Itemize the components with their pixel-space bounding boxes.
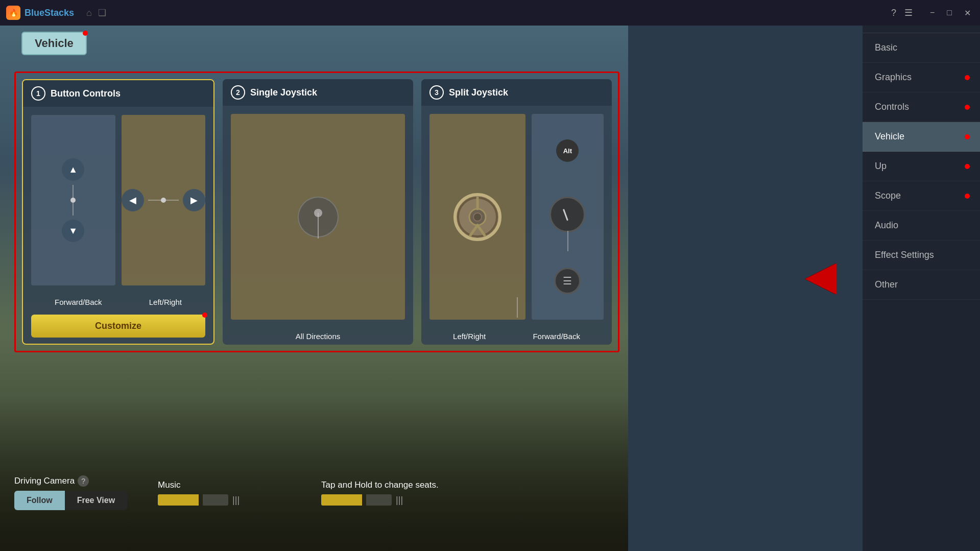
split-right-controls: Alt ☰ — [532, 114, 604, 320]
sidebar-items: Basic Graphics Controls Vehicle Up Scope… — [863, 33, 980, 551]
card-num-3: 3 — [429, 85, 444, 100]
forward-back-label: Forward/Back — [55, 298, 102, 306]
music-slider-group: ||| — [158, 494, 240, 506]
seat-label-row: Tap and Hold to change seats. — [321, 480, 439, 490]
top-bar-icons: ? ☰ — [891, 7, 913, 18]
split-forward-back-label: Forward/Back — [533, 332, 580, 341]
sidebar-item-scope-label: Scope — [875, 190, 901, 201]
seat-slider-filled — [321, 494, 362, 506]
close-button[interactable]: ✕ — [961, 7, 974, 19]
windows-icon[interactable]: ❑ — [98, 7, 106, 18]
minimize-button[interactable]: − — [927, 7, 938, 19]
right-arrow-btn[interactable]: ▶ — [183, 189, 205, 211]
free-view-button[interactable]: Free View — [65, 491, 127, 510]
alt-button[interactable]: Alt — [556, 139, 579, 162]
split-joystick-header: 3 Split Joystick — [421, 79, 612, 106]
split-joystick-title: Split Joystick — [449, 87, 508, 98]
sidebar-item-controls-label: Controls — [875, 102, 909, 112]
sidebar-item-controls[interactable]: Controls — [863, 92, 980, 122]
forward-back-panel: ▲ ▼ — [31, 115, 115, 285]
sidebar-item-scope[interactable]: Scope — [863, 181, 980, 211]
h-track-dot — [161, 198, 166, 203]
seat-label: Tap and Hold to change seats. — [321, 480, 439, 490]
driving-camera-toggle: Follow Free View — [14, 491, 127, 510]
split-joystick-body: Alt ☰ — [421, 106, 612, 328]
joystick-circle — [298, 197, 339, 237]
sidebar-item-effect-settings[interactable]: Effect Settings — [863, 241, 980, 270]
top-bar: 🔥 BlueStacks ⌂ ❑ ? ☰ − □ ✕ — [0, 0, 980, 26]
button-controls-title: Button Controls — [51, 88, 121, 99]
sidebar-item-up-label: Up — [875, 161, 887, 172]
logo-icon: 🔥 — [6, 6, 20, 20]
sidebar-item-up[interactable]: Up — [863, 152, 980, 181]
up-arrow-btn[interactable]: ▲ — [62, 158, 84, 181]
music-slider-handle[interactable]: ||| — [232, 495, 240, 506]
joystick-area — [231, 114, 405, 320]
button-controls-body: ▲ ▼ ◀ ▶ — [23, 107, 213, 294]
driving-camera-section: Driving Camera ? Follow Free View — [14, 475, 127, 510]
bottom-controls: Driving Camera ? Follow Free View Music … — [14, 475, 619, 510]
sidebar-item-graphics-label: Graphics — [875, 72, 912, 83]
single-joystick-title: Single Joystick — [250, 87, 317, 98]
right-sidebar: Settings ✕ Basic Graphics Controls Vehic… — [863, 0, 980, 551]
button-controls-card[interactable]: 1 Button Controls ▲ ▼ ◀ ▶ For — [22, 79, 214, 345]
music-label: Music — [158, 480, 180, 490]
music-slider-empty — [203, 494, 228, 506]
item-button[interactable]: ☰ — [554, 268, 581, 294]
left-right-label: Left/Right — [149, 298, 182, 306]
driving-camera-label: Driving Camera — [14, 476, 75, 486]
window-controls: − □ ✕ — [927, 7, 974, 19]
button-controls-header: 1 Button Controls — [23, 80, 213, 107]
sidebar-item-other-label: Other — [875, 279, 898, 290]
single-joystick-card[interactable]: 2 Single Joystick All Directions — [223, 79, 413, 345]
single-joystick-header: 2 Single Joystick — [223, 79, 413, 106]
steering-area — [429, 114, 525, 320]
sidebar-item-basic-label: Basic — [875, 42, 897, 53]
steering-wheel-icon — [452, 191, 503, 243]
menu-icon[interactable]: ☰ — [904, 7, 913, 18]
card-num-1: 1 — [31, 86, 45, 101]
maximize-button[interactable]: □ — [944, 7, 955, 19]
music-section: Music ||| — [158, 480, 240, 506]
sidebar-item-basic[interactable]: Basic — [863, 33, 980, 63]
sidebar-item-other[interactable]: Other — [863, 270, 980, 300]
sidebar-item-vehicle[interactable]: Vehicle — [863, 122, 980, 152]
speed-gauge — [549, 197, 585, 232]
sidebar-item-audio-label: Audio — [875, 220, 898, 231]
sidebar-item-audio[interactable]: Audio — [863, 211, 980, 241]
help-icon[interactable]: ? — [891, 8, 896, 18]
left-arrow-btn[interactable]: ◀ — [122, 189, 144, 211]
music-slider-filled — [158, 494, 199, 506]
sidebar-item-graphics[interactable]: Graphics — [863, 63, 980, 92]
vertical-track — [73, 185, 74, 215]
customize-button[interactable]: Customize — [31, 315, 205, 338]
seat-section: Tap and Hold to change seats. ||| — [321, 480, 439, 506]
seat-slider-handle[interactable]: ||| — [396, 495, 403, 506]
follow-button[interactable]: Follow — [14, 491, 65, 510]
all-directions-label: All Directions — [296, 332, 341, 341]
vehicle-button-label: Vehicle — [35, 37, 74, 50]
vehicle-button[interactable]: Vehicle — [21, 32, 87, 55]
vehicle-dot — [83, 31, 88, 36]
sidebar-item-vehicle-label: Vehicle — [875, 131, 904, 142]
button-controls-labels: Forward/Back Left/Right — [23, 294, 213, 310]
scope-dot — [965, 194, 970, 199]
track-dot — [70, 198, 76, 203]
left-right-panel: ◀ ▶ — [122, 115, 206, 285]
down-arrow-btn[interactable]: ▼ — [62, 220, 84, 242]
app-name: BlueStacks — [25, 8, 74, 18]
card-num-2: 2 — [231, 85, 245, 100]
music-label-row: Music — [158, 480, 240, 490]
driving-camera-label-row: Driving Camera ? — [14, 475, 127, 487]
gauge-needle — [563, 209, 568, 221]
split-joystick-card[interactable]: 3 Split Joystick — [421, 79, 612, 345]
seat-slider-empty — [366, 494, 392, 506]
home-icon[interactable]: ⌂ — [86, 8, 92, 18]
seat-slider-group: ||| — [321, 494, 439, 506]
single-joystick-labels: All Directions — [223, 328, 413, 345]
single-joystick-body — [223, 106, 413, 328]
split-left-right-label: Left/Right — [453, 332, 486, 341]
up-dot — [965, 164, 970, 169]
driving-camera-help-icon[interactable]: ? — [78, 475, 89, 487]
customize-dot — [202, 313, 207, 318]
